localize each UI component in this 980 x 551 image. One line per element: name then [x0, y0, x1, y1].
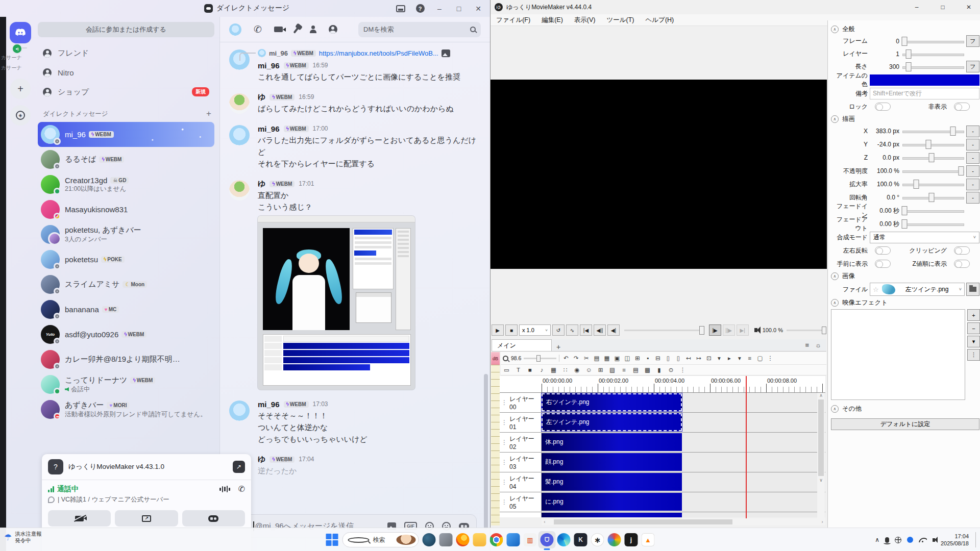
user-profile-icon[interactable]	[329, 25, 337, 34]
menu-item[interactable]: ツール(T)	[601, 16, 640, 24]
show-desktop-button[interactable]	[975, 532, 977, 547]
property-slider[interactable]	[902, 37, 964, 46]
section-image[interactable]: ∧画像	[831, 270, 979, 282]
dm-list-item[interactable]: poketetsu ϟPOKE	[38, 247, 214, 272]
property-slider[interactable]	[902, 193, 964, 202]
property-slider[interactable]	[902, 180, 964, 189]
bar-item-icon[interactable]: ▮	[655, 366, 663, 374]
speaker-icon[interactable]	[933, 538, 935, 542]
taskbar-app-openai[interactable]: ∗	[591, 533, 604, 546]
add-effect-button[interactable]: +	[967, 309, 980, 321]
template-item-icon[interactable]: ≡	[620, 366, 628, 374]
hide-toggle[interactable]	[954, 103, 970, 111]
camera-button[interactable]	[48, 510, 111, 527]
sidebar-nav-item[interactable]: Nitro	[38, 63, 214, 82]
create-dm-button[interactable]: +	[206, 109, 211, 119]
dm-list-item[interactable]: Masayukisnow831	[38, 197, 214, 222]
layer-label[interactable]: ⋮レイヤー 03	[500, 453, 542, 472]
dm-list-item[interactable]: スライムアミサ ☾Moon	[38, 272, 214, 297]
menu-item[interactable]: ヘルプ(H)	[640, 16, 680, 24]
video-item-icon[interactable]: ■	[526, 366, 534, 374]
taskbar-app-store[interactable]: ▥	[524, 533, 537, 546]
explore-servers-button[interactable]: ◈	[10, 105, 31, 126]
mic-icon[interactable]	[885, 537, 889, 543]
property-slider[interactable]	[902, 140, 964, 149]
layer-label[interactable]: ⋮レイヤー 04	[500, 472, 542, 492]
add-friend-icon[interactable]	[309, 26, 316, 33]
avatar[interactable]	[229, 125, 250, 145]
clock-item-icon[interactable]: ⊙	[667, 366, 675, 374]
volume-icon[interactable]	[754, 328, 757, 332]
timeline-clip[interactable]: に.png	[542, 493, 682, 511]
taskbar-app-mail[interactable]	[507, 533, 520, 546]
chat-scrollbar[interactable]	[484, 374, 488, 530]
section-others[interactable]: ∧その他	[831, 403, 979, 414]
weather-widget[interactable]: ☂ 洪水注意報発令中	[4, 531, 42, 544]
property-slider[interactable]	[902, 49, 964, 59]
dm-list-item[interactable]: るるそば ϟWEBM	[38, 147, 214, 172]
taskbar-app-edge[interactable]	[557, 533, 571, 546]
taskbar-clock[interactable]: 17:042025/08/18	[941, 533, 969, 547]
help-icon[interactable]: ?	[412, 2, 428, 15]
property-slider[interactable]	[902, 62, 964, 71]
tachie-item-icon[interactable]: ◉	[573, 366, 581, 374]
lock-toggle[interactable]	[875, 103, 891, 111]
merge-icon[interactable]: ⊞	[633, 354, 641, 362]
wifi-icon[interactable]	[919, 538, 927, 542]
close-button[interactable]: ✕	[958, 0, 980, 14]
property-slider[interactable]	[902, 206, 964, 215]
menu-item[interactable]: ファイル(F)	[491, 16, 536, 24]
timeline-zoom-slider[interactable]	[524, 358, 556, 359]
import-icon[interactable]: ▸	[725, 354, 733, 362]
layer-lane[interactable]: 左ツインテ.png	[542, 413, 825, 433]
property-button[interactable]: フ	[966, 61, 979, 72]
timeline-clip[interactable]: 左ツインテ.png	[542, 413, 682, 431]
screen-share-button[interactable]: ↗	[115, 510, 178, 527]
blend-mode-select[interactable]: 通常˅	[870, 232, 979, 243]
property-button[interactable]: -	[966, 152, 979, 164]
delete-icon[interactable]: ▯	[664, 354, 672, 362]
layer-label[interactable]: ⋮レイヤー 05	[500, 492, 542, 512]
start-button[interactable]	[326, 533, 339, 546]
taskbar-search[interactable]: 検索	[342, 532, 419, 547]
stream-share-icon[interactable]: ↗	[233, 461, 245, 473]
taskbar-app-bird[interactable]	[423, 533, 436, 546]
property-slider[interactable]	[902, 153, 964, 162]
dm-list-item[interactable]: Creator13gd ☠GD 21:00以降はいません	[38, 172, 214, 197]
pin-icon[interactable]	[295, 25, 297, 34]
menu-item[interactable]: 表示(V)	[569, 16, 601, 24]
front-toggle[interactable]	[875, 260, 891, 268]
image-item-icon[interactable]: ▦	[550, 366, 557, 374]
taskbar-app-firefox[interactable]	[456, 533, 470, 546]
effect-more-button[interactable]: ⋮	[967, 349, 980, 361]
property-button[interactable]: -	[966, 139, 979, 151]
video-call-icon[interactable]	[274, 27, 283, 32]
inbox-icon[interactable]	[393, 2, 408, 15]
tray-app-icon[interactable]	[907, 537, 913, 543]
repeat-icon[interactable]: ↺	[552, 324, 565, 336]
more2-icon[interactable]: ⋮	[679, 366, 687, 374]
flip-toggle[interactable]	[875, 246, 891, 255]
favorite-star-icon[interactable]: ☆	[873, 286, 879, 293]
layer-lane[interactable]: 右ツインテ.png	[542, 393, 825, 413]
property-button[interactable]: フ	[966, 35, 979, 47]
disconnect-call-icon[interactable]: ✆	[238, 484, 245, 494]
close-button[interactable]: ✕	[471, 2, 486, 15]
section-effects[interactable]: ∧映像エフェクト	[831, 297, 979, 308]
frame-item-icon[interactable]: ⊞	[597, 366, 604, 374]
avatar[interactable]	[229, 180, 250, 201]
dm-partner-avatar[interactable]	[229, 23, 241, 36]
speed-select[interactable]: x 1.0˅	[519, 324, 551, 336]
gear-icon[interactable]: ☼	[815, 341, 821, 349]
timeline-ruler[interactable]: 00:00:00.0000:00:02.0000:00:04.0000:00:0…	[542, 376, 825, 393]
property-button[interactable]: -	[966, 126, 979, 137]
effect-item-icon[interactable]: ▨	[608, 366, 616, 374]
timeline-vscrollbar[interactable]: ∧∨	[817, 393, 825, 518]
taskbar-app-window[interactable]	[439, 533, 453, 546]
dm-list-item[interactable]: カレー卯丼@8/19より期限不明活動…	[38, 347, 214, 372]
property-button[interactable]: -	[966, 165, 979, 177]
go-end-icon[interactable]: ▶|	[737, 324, 749, 336]
copy-icon[interactable]: ▤	[593, 354, 600, 362]
section-general[interactable]: ∧全般	[831, 23, 979, 35]
timeline-clip[interactable]: 右ツインテ.png	[542, 393, 682, 411]
